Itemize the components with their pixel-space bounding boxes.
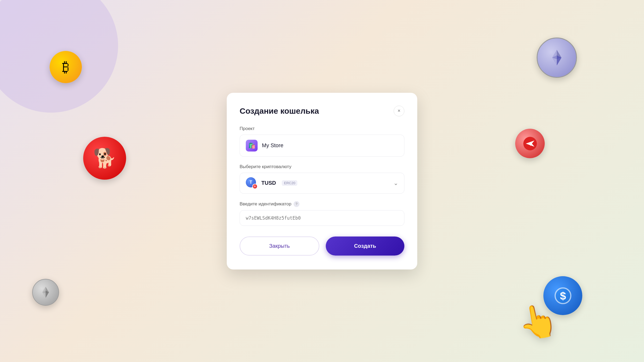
modal-title: Создание кошелька xyxy=(240,106,319,116)
project-box: 🛍️ My Store xyxy=(240,135,404,157)
cancel-button[interactable]: Закрыть xyxy=(240,237,319,256)
project-icon: 🛍️ xyxy=(246,140,258,152)
identifier-section: Введите идентификатор ? xyxy=(240,201,404,226)
modal-footer: Закрыть Создать xyxy=(240,237,404,256)
create-wallet-modal: Создание кошелька × Проект 🛍️ My Store В… xyxy=(227,93,417,269)
project-label: Проект xyxy=(240,126,404,131)
chevron-down-icon: ⌄ xyxy=(393,180,398,187)
tusd-icon: T ♦ xyxy=(246,177,258,189)
modal-header: Создание кошелька × xyxy=(240,106,404,116)
close-icon-button[interactable]: × xyxy=(394,106,404,116)
create-button[interactable]: Создать xyxy=(326,237,404,256)
identifier-label: Введите идентификатор ? xyxy=(240,201,404,207)
crypto-name: TUSD xyxy=(261,180,276,186)
project-name: My Store xyxy=(262,142,283,149)
identifier-input[interactable] xyxy=(240,210,404,226)
tusd-badge: ♦ xyxy=(252,184,258,189)
project-section: Проект 🛍️ My Store xyxy=(240,126,404,157)
crypto-tag: ERC20 xyxy=(282,180,297,186)
help-icon[interactable]: ? xyxy=(294,201,299,207)
pointing-hand: 👆 xyxy=(515,300,561,344)
crypto-section: Выберите криптовалюту T ♦ TUSD ERC20 ⌄ xyxy=(240,164,404,194)
crypto-label: Выберите криптовалюту xyxy=(240,164,404,169)
crypto-select-dropdown[interactable]: T ♦ TUSD ERC20 ⌄ xyxy=(240,173,404,194)
crypto-select-left: T ♦ TUSD ERC20 xyxy=(246,177,297,189)
